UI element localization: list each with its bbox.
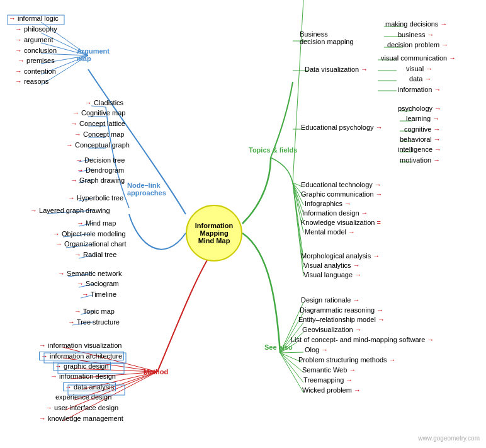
- list-item[interactable]: → Cognitive map: [72, 109, 125, 117]
- svg-line-60: [293, 0, 303, 183]
- list-item[interactable]: Geovisualization →: [302, 326, 362, 333]
- center-label: Information Mapping Mind Map: [195, 222, 234, 244]
- list-item[interactable]: → Graph drawing: [71, 176, 125, 184]
- list-item[interactable]: → Sociogram: [77, 280, 119, 287]
- argument-map-label: Argumentmap: [77, 47, 110, 62]
- list-item[interactable]: psychology →: [398, 105, 441, 112]
- list-item[interactable]: → Object-role modeling: [53, 230, 126, 238]
- list-item[interactable]: cognitive →: [404, 125, 440, 133]
- list-item[interactable]: → reasons: [15, 78, 48, 85]
- list-item[interactable]: List of concept- and mind-mapping softwa…: [291, 336, 434, 343]
- see-also-label: See also: [264, 343, 293, 351]
- watermark: www.gogeometry.com: [418, 435, 480, 442]
- list-item[interactable]: → data analysis: [63, 382, 116, 391]
- list-item[interactable]: → information design: [50, 372, 116, 380]
- list-item[interactable]: Educational psychology →: [301, 123, 383, 131]
- svg-line-69: [280, 352, 303, 353]
- list-item[interactable]: Graphic communication →: [301, 190, 383, 198]
- list-item[interactable]: → contention: [15, 67, 56, 75]
- list-item[interactable]: → Layered graph drawing: [30, 207, 110, 214]
- list-item[interactable]: behavioral →: [400, 135, 441, 143]
- list-item[interactable]: Mental model →: [305, 228, 355, 236]
- list-item[interactable]: → information visualization: [39, 342, 122, 349]
- list-item[interactable]: → informal logic: [9, 14, 59, 22]
- list-item[interactable]: Infographics →: [305, 200, 351, 207]
- list-item[interactable]: Visual analytics →: [303, 261, 360, 269]
- list-item[interactable]: Design rationale →: [301, 296, 360, 304]
- topics-fields-label: Topics & fields: [249, 146, 297, 154]
- list-item[interactable]: → graphic design: [53, 362, 111, 370]
- list-item[interactable]: → knowledge management: [39, 415, 123, 422]
- center-node: Information Mapping Mind Map: [186, 205, 242, 261]
- list-item[interactable]: Information design →: [302, 209, 368, 217]
- method-label: Method: [144, 368, 168, 376]
- list-item[interactable]: information →: [398, 86, 441, 93]
- list-item[interactable]: Diagrammatic reasoning →: [300, 306, 383, 314]
- list-item[interactable]: motivation →: [400, 156, 440, 164]
- list-item[interactable]: → Organizational chart: [55, 240, 127, 248]
- list-item[interactable]: → argument: [15, 36, 54, 43]
- list-item[interactable]: → Tree structure: [68, 318, 120, 326]
- list-item[interactable]: data →: [409, 75, 431, 83]
- list-item[interactable]: Olog →: [305, 346, 328, 353]
- list-item[interactable]: → information architecture: [39, 352, 124, 360]
- list-item[interactable]: business →: [398, 31, 434, 38]
- list-item[interactable]: → Timeline: [82, 290, 116, 298]
- list-item[interactable]: → Concept lattice: [71, 120, 125, 127]
- list-item[interactable]: Morphological analysis →: [301, 252, 380, 260]
- list-item[interactable]: intelligence →: [398, 146, 441, 153]
- list-item[interactable]: visual →: [406, 65, 432, 72]
- node-link-label: Node–linkapproaches: [127, 181, 166, 197]
- list-item[interactable]: → conclusion: [15, 47, 57, 54]
- list-item[interactable]: → Mind map: [77, 219, 116, 227]
- list-item[interactable]: Entity–relationship model →: [298, 316, 385, 323]
- list-item[interactable]: → premises: [18, 57, 55, 64]
- list-item[interactable]: → Decision tree: [76, 156, 125, 164]
- list-item[interactable]: → Topic map: [74, 307, 115, 315]
- list-item[interactable]: → user interface design: [45, 404, 118, 411]
- list-item[interactable]: Treemapping →: [303, 376, 353, 384]
- list-item[interactable]: Data visualization →: [305, 66, 368, 73]
- list-item[interactable]: Businessdecision mapping: [300, 30, 354, 45]
- list-item[interactable]: Knowledge visualization =: [301, 219, 381, 226]
- list-item[interactable]: → philosophy: [15, 25, 57, 33]
- list-item: experience design: [55, 393, 111, 401]
- list-item[interactable]: → Cladistics: [85, 99, 123, 106]
- list-item[interactable]: Visual language →: [303, 271, 361, 279]
- list-item[interactable]: Problem structuring methods →: [298, 356, 396, 364]
- list-item[interactable]: Wicked problem →: [302, 386, 361, 394]
- list-item[interactable]: Educational technology →: [301, 181, 381, 188]
- list-item[interactable]: Semantic Web →: [302, 366, 356, 374]
- list-item[interactable]: → Concept map: [74, 130, 124, 138]
- list-item[interactable]: → Radial tree: [74, 251, 116, 258]
- list-item[interactable]: making decisions →: [385, 20, 447, 28]
- list-item[interactable]: learning →: [406, 115, 439, 122]
- list-item[interactable]: → Dendrogram: [77, 166, 124, 174]
- list-item[interactable]: decision problem →: [387, 41, 448, 49]
- list-item[interactable]: → Hyperbolic tree: [68, 194, 123, 202]
- list-item[interactable]: → Semantic network: [58, 270, 122, 277]
- list-item[interactable]: visual communication →: [381, 54, 456, 62]
- list-item[interactable]: → Conceptual graph: [66, 141, 130, 149]
